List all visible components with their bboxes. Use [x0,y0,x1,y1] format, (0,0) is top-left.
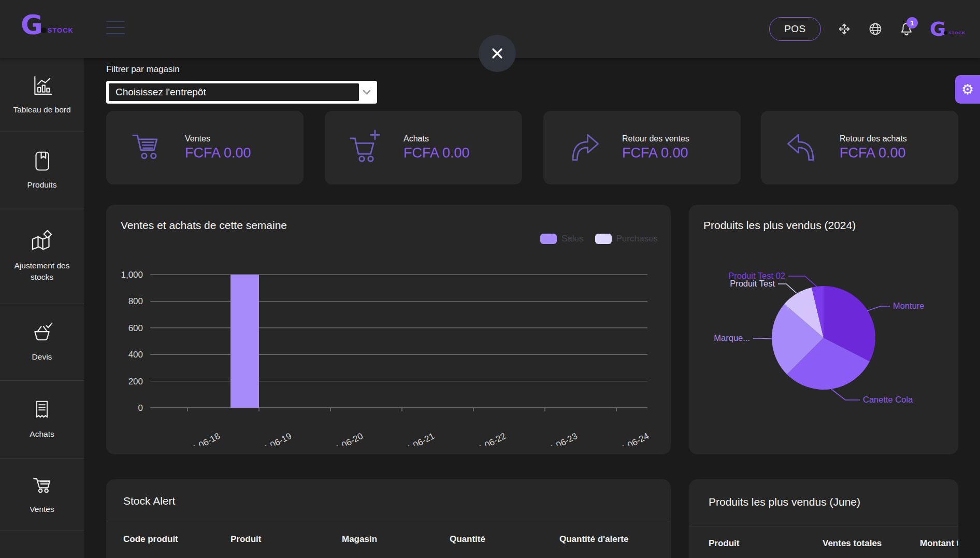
map-pencil-icon [30,229,54,254]
pie-chart-title: Produits les plus vendus (2024) [703,219,856,232]
column-header: Produit [230,534,342,545]
svg-text:2024-06-23: 2024-06-23 [535,431,579,446]
bar-chart: 02004006008001,0002024-06-182024-06-1920… [106,259,671,446]
chevron-down-icon [359,90,374,95]
sidebar-item-ventes[interactable]: Ventes [0,459,84,531]
stat-label: Ventes [185,134,251,144]
weekly-sales-chart-card: Ventes et achats de cette semaine Sales … [106,205,671,454]
svg-text:2024-06-20: 2024-06-20 [320,431,365,446]
svg-text:0: 0 [138,403,143,413]
svg-text:Monture: Monture [893,301,925,310]
pie-chart: MontureCanette ColaMarque...Produit Test… [689,236,958,454]
svg-text:2024-06-19: 2024-06-19 [249,431,293,446]
sales-legend-label: Sales [561,234,584,244]
gear-icon: ⚙ [961,81,974,98]
warehouse-select[interactable]: Choisissez l'entrepôt [106,81,377,104]
filter-label: Filtrer par magasin [106,64,180,75]
main-content: Filtrer par magasin Choisissez l'entrepô… [84,58,980,558]
divider [689,526,958,526]
logo-stock-text: STOCK [48,26,74,34]
sidebar-item-achats[interactable]: Achats [0,381,84,459]
chart-title: Ventes et achats de cette semaine [121,219,287,232]
sidebar-nav: Tableau de bord Produits Ajustement des … [0,58,84,558]
shopping-cart-icon [30,474,54,497]
logo-g-letter: G [21,13,43,36]
fullscreen-icon[interactable] [837,21,852,37]
sidebar-toggle-button[interactable] [106,21,125,34]
header-actions: POS 1 G STOCK [769,0,965,58]
stat-value: FCFA 0.00 [403,145,470,161]
svg-text:2024-06-24: 2024-06-24 [606,431,651,446]
close-icon [489,46,505,61]
column-header: Quantité [450,534,559,545]
settings-gear-button[interactable]: ⚙ [955,75,980,104]
svg-text:Produit Test 02: Produit Test 02 [728,271,785,280]
stat-card-retour-achats: Retour des achats FCFA 0.00 [761,111,958,184]
stat-label: Achats [403,134,470,144]
notifications-bell-icon[interactable]: 1 [899,21,914,37]
logo-dot [41,27,47,33]
book-icon [30,149,54,173]
app-logo: G STOCK [21,13,74,36]
svg-text:Marque...: Marque... [714,333,750,342]
pos-button[interactable]: POS [769,17,821,41]
cart-icon [130,131,166,165]
purchases-swatch [595,234,612,244]
column-header: Quantité d'alerte [559,534,654,545]
arrow-left-icon [785,130,821,166]
stat-label: Retour des ventes [622,134,689,144]
top-products-2024-card: Produits les plus vendus (2024) MontureC… [689,205,958,454]
sales-swatch [540,234,557,244]
receipt-icon [30,398,54,422]
sidebar-item-tableau-de-bord[interactable]: Tableau de bord [0,58,84,132]
stat-card-ventes: Ventes FCFA 0.00 [106,111,304,184]
column-header: Magasin [342,534,450,545]
june-table-header: Produit Ventes totales Montant t [689,538,958,549]
column-header: Montant t [920,538,958,549]
dashboard-chart-icon [30,74,54,98]
stat-value: FCFA 0.00 [185,145,251,161]
arrow-right-icon [567,130,603,166]
svg-text:2024-06-21: 2024-06-21 [392,431,436,446]
sidebar-item-produits[interactable]: Produits [0,132,84,208]
cart-plus-icon [349,130,385,166]
svg-text:600: 600 [128,323,143,333]
top-products-june-title: Produits les plus vendus (June) [709,496,860,508]
stat-label: Retour des achats [840,134,907,144]
warehouse-select-value: Choisissez l'entrepôt [109,83,359,101]
svg-text:200: 200 [128,377,143,387]
stock-alert-title: Stock Alert [123,495,175,507]
chart-legend: Sales Purchases [540,234,658,244]
svg-text:1,000: 1,000 [121,270,143,280]
close-button[interactable] [479,35,516,72]
top-products-june-card: Produits les plus vendus (June) Produit … [689,479,958,558]
svg-text:400: 400 [128,350,143,360]
stock-alert-card: Stock Alert Code produit Produit Magasin… [106,479,671,558]
column-header: Produit [709,538,823,549]
divider [106,522,671,522]
stat-value: FCFA 0.00 [622,145,689,161]
stat-value: FCFA 0.00 [840,145,907,161]
svg-text:2024-06-22: 2024-06-22 [463,431,508,446]
column-header: Code produit [123,534,230,545]
svg-text:2024-06-18: 2024-06-18 [177,431,222,446]
svg-text:800: 800 [128,296,143,306]
stock-alert-table-header: Code produit Produit Magasin Quantité Qu… [106,534,671,545]
sidebar-item-ajustement-des-stocks[interactable]: Ajustement des stocks [0,208,84,304]
notification-count-badge: 1 [906,17,918,28]
language-globe-icon[interactable] [868,21,883,37]
stat-card-achats: Achats FCFA 0.00 [325,111,522,184]
svg-text:Canette Cola: Canette Cola [863,395,913,404]
column-header: Ventes totales [823,538,920,549]
purchases-legend-label: Purchases [616,234,658,244]
sidebar-item-devis[interactable]: Devis [0,304,84,381]
legend-item-sales[interactable]: Sales [540,234,584,244]
profile-logo[interactable]: G STOCK [930,21,965,37]
legend-item-purchases[interactable]: Purchases [595,234,658,244]
basket-check-icon [30,321,54,345]
stat-card-retour-ventes: Retour des ventes FCFA 0.00 [543,111,741,184]
